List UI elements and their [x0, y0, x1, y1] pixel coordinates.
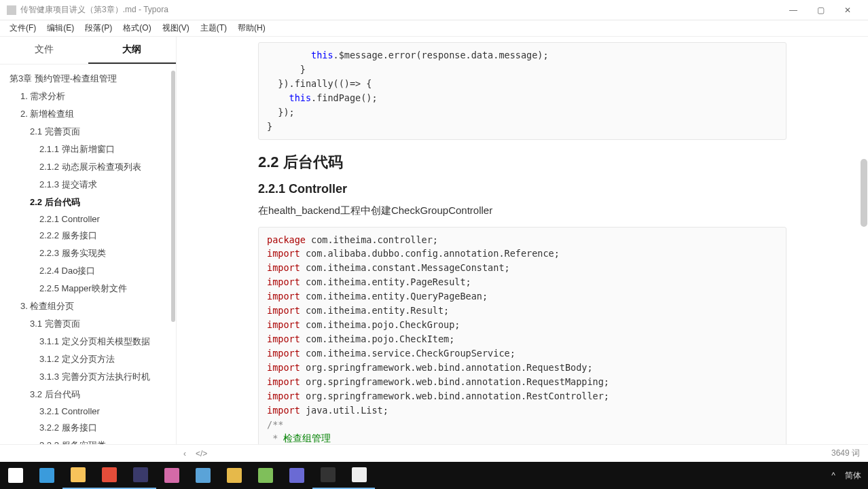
outline-item-16[interactable]: 3.1.2 定义分页方法 [0, 350, 176, 368]
notepadpp-icon [258, 468, 273, 483]
minimize-button[interactable]: — [780, 2, 807, 18]
outline-item-4[interactable]: 2.1.1 弹出新增窗口 [0, 141, 176, 158]
menu-item-0[interactable]: 文件(F) [4, 20, 41, 36]
terminal-icon [321, 467, 336, 482]
outline-item-6[interactable]: 2.1.3 提交请求 [0, 176, 176, 194]
sidebar-tab-outline[interactable]: 大纲 [88, 37, 177, 64]
app1-icon [196, 468, 211, 483]
content-scroll-thumb[interactable] [861, 159, 867, 227]
menu-item-5[interactable]: 主题(T) [195, 20, 232, 36]
outline-item-14[interactable]: 3.1 完善页面 [0, 315, 176, 333]
back-icon[interactable]: ‹ [183, 449, 186, 458]
menu-item-2[interactable]: 段落(P) [79, 20, 117, 36]
paint-icon [164, 468, 179, 483]
outline-item-0[interactable]: 第3章 预约管理-检查组管理 [0, 70, 176, 88]
taskbar-paint[interactable] [156, 462, 187, 489]
menu-item-4[interactable]: 视图(V) [157, 20, 195, 36]
start-icon [8, 468, 23, 483]
app2-icon [227, 468, 242, 483]
heading-2-2[interactable]: 2.2 后台代码 [258, 152, 786, 173]
outline-item-5[interactable]: 2.1.2 动态展示检查项列表 [0, 158, 176, 176]
outline-item-9[interactable]: 2.2.2 服务接口 [0, 227, 176, 244]
menu-item-3[interactable]: 格式(O) [117, 20, 156, 36]
sidebar-tabs: 文件 大纲 [0, 37, 176, 65]
outline-item-20[interactable]: 3.2.2 服务接口 [0, 419, 176, 437]
sidebar-tab-file[interactable]: 文件 [0, 37, 88, 64]
window-title: 传智健康项目讲义（第3章）.md - Typora [20, 4, 780, 16]
taskbar: ^ 简体 [0, 462, 868, 489]
statusbar: ‹ </> 3649 词 [0, 444, 868, 462]
outline-item-12[interactable]: 2.2.5 Mapper映射文件 [0, 280, 176, 297]
taskbar-app2[interactable] [219, 462, 250, 489]
outline-item-10[interactable]: 2.2.3 服务实现类 [0, 244, 176, 262]
taskbar-terminal[interactable] [312, 462, 344, 489]
sidebar-scroll-track [170, 71, 176, 462]
outline-item-19[interactable]: 3.2.1 Controller [0, 403, 176, 419]
code-block-1[interactable]: this.$message.error(response.data.messag… [258, 42, 786, 140]
content-scroll-track [860, 37, 868, 462]
taskview-icon [39, 468, 54, 483]
outline-item-2[interactable]: 2. 新增检查组 [0, 105, 176, 123]
taskbar-taskview[interactable] [31, 462, 62, 489]
outline-item-18[interactable]: 3.2 后台代码 [0, 386, 176, 403]
taskbar-app3[interactable] [281, 462, 312, 489]
menubar: 文件(F)编辑(E)段落(P)格式(O)视图(V)主题(T)帮助(H) [0, 20, 868, 37]
taskbar-app1[interactable] [187, 462, 219, 489]
taskbar-start[interactable] [0, 462, 31, 489]
tray-up-icon[interactable]: ^ [831, 471, 835, 480]
outline-item-17[interactable]: 3.1.3 完善分页方法执行时机 [0, 368, 176, 386]
outline-item-1[interactable]: 1. 需求分析 [0, 88, 176, 105]
app-icon [7, 5, 16, 15]
sidebar: 文件 大纲 第3章 预约管理-检查组管理1. 需求分析2. 新增检查组2.1 完… [0, 37, 177, 462]
source-code-icon[interactable]: </> [196, 449, 207, 458]
taskbar-intellij[interactable] [125, 462, 156, 489]
titlebar: 传智健康项目讲义（第3章）.md - Typora — ▢ ✕ [0, 0, 868, 20]
chrome-icon [102, 467, 117, 482]
outline-item-11[interactable]: 2.2.4 Dao接口 [0, 262, 176, 280]
explorer-icon [71, 467, 86, 482]
typora-icon [352, 467, 367, 482]
taskbar-explorer[interactable] [62, 462, 94, 489]
close-button[interactable]: ✕ [834, 2, 861, 18]
maximize-button[interactable]: ▢ [807, 2, 834, 18]
main-area: 文件 大纲 第3章 预约管理-检查组管理1. 需求分析2. 新增检查组2.1 完… [0, 37, 868, 462]
outline-item-8[interactable]: 2.2.1 Controller [0, 211, 176, 227]
code-block-2[interactable]: package com.itheima.controller; import c… [258, 227, 786, 462]
app3-icon [289, 468, 304, 483]
ime-indicator[interactable]: 简体 [845, 470, 861, 482]
outline-item-7[interactable]: 2.2 后台代码 [0, 194, 176, 211]
heading-2-2-1[interactable]: 2.2.1 Controller [258, 182, 786, 196]
word-count[interactable]: 3649 词 [831, 448, 860, 459]
outline-item-15[interactable]: 3.1.1 定义分页相关模型数据 [0, 333, 176, 350]
taskbar-typora[interactable] [344, 462, 375, 489]
outline-item-3[interactable]: 2.1 完善页面 [0, 123, 176, 141]
taskbar-chrome[interactable] [94, 462, 125, 489]
menu-item-1[interactable]: 编辑(E) [41, 20, 79, 36]
paragraph[interactable]: 在health_backend工程中创建CheckGroupController [258, 204, 786, 217]
sidebar-scroll-thumb[interactable] [171, 71, 175, 322]
outline-list[interactable]: 第3章 预约管理-检查组管理1. 需求分析2. 新增检查组2.1 完善页面2.1… [0, 65, 176, 462]
outline-item-13[interactable]: 3. 检查组分页 [0, 297, 176, 315]
intellij-icon [133, 467, 148, 482]
editor-content[interactable]: this.$message.error(response.data.messag… [177, 37, 868, 462]
menu-item-6[interactable]: 帮助(H) [232, 20, 271, 36]
taskbar-notepadpp[interactable] [250, 462, 281, 489]
